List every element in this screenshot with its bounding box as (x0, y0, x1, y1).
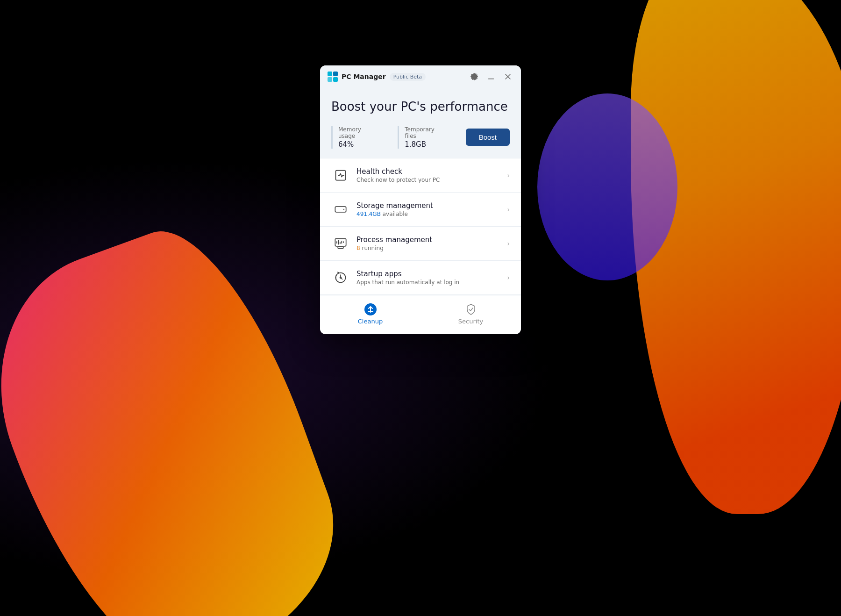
settings-button[interactable] (469, 71, 480, 82)
process-management-item[interactable]: Process management 8 running › (320, 227, 521, 261)
cleanup-icon (364, 303, 377, 316)
temp-value: 1.8GB (405, 140, 447, 149)
storage-sub: 491.4GB available (356, 211, 507, 217)
menu-list: Health check Check now to protect your P… (320, 158, 521, 295)
storage-title: Storage management (356, 201, 507, 210)
security-label: Security (458, 318, 483, 325)
startup-chevron: › (507, 274, 510, 281)
boost-button[interactable]: Boost (466, 129, 510, 146)
logo-sq-tr (333, 72, 338, 76)
startup-sub: Apps that run automatically at log in (356, 279, 507, 286)
hero-title: Boost your PC's performance (331, 99, 510, 115)
main-content: Boost your PC's performance Memory usage… (320, 88, 521, 295)
beta-badge: Public Beta (390, 73, 426, 81)
app-title: PC Manager (342, 73, 386, 80)
startup-icon (331, 268, 350, 287)
temp-label: Temporary files (405, 126, 447, 139)
nav-cleanup[interactable]: Cleanup (320, 301, 420, 327)
svg-point-3 (343, 209, 344, 210)
process-chevron: › (507, 240, 510, 247)
temp-files-stat: Temporary files 1.8GB (398, 126, 458, 149)
logo-squares (328, 72, 338, 82)
svg-point-12 (340, 276, 342, 279)
memory-label: Memory usage (338, 126, 379, 139)
process-text: Process management 8 running (356, 236, 507, 251)
memory-stat: Memory usage 64% (331, 126, 390, 149)
minimize-button[interactable] (485, 71, 497, 82)
bg-shape-purple (537, 93, 677, 280)
storage-chevron: › (507, 206, 510, 213)
startup-apps-item[interactable]: Startup apps Apps that run automatically… (320, 261, 521, 295)
svg-rect-5 (338, 247, 343, 249)
health-check-chevron: › (507, 172, 510, 179)
app-window: PC Manager Public Beta Boost your PC's p… (320, 65, 521, 334)
memory-value: 64% (338, 140, 379, 149)
storage-highlight: 491.4GB (356, 211, 381, 217)
startup-text: Startup apps Apps that run automatically… (356, 270, 507, 286)
process-title: Process management (356, 236, 507, 244)
security-icon (464, 303, 478, 316)
close-button[interactable] (502, 71, 513, 82)
health-check-title: Health check (356, 167, 507, 176)
process-highlight: 8 (356, 245, 360, 251)
health-check-text: Health check Check now to protect your P… (356, 167, 507, 183)
storage-icon (331, 200, 350, 219)
svg-rect-2 (335, 207, 346, 212)
logo-sq-br (333, 77, 338, 82)
startup-title: Startup apps (356, 270, 507, 278)
storage-management-item[interactable]: Storage management 491.4GB available › (320, 193, 521, 227)
nav-security[interactable]: Security (420, 301, 521, 327)
storage-text: Storage management 491.4GB available (356, 201, 507, 217)
cleanup-label: Cleanup (358, 318, 383, 325)
logo-sq-bl (328, 77, 332, 82)
stats-row: Memory usage 64% Temporary files 1.8GB B… (331, 126, 510, 149)
svg-rect-0 (488, 79, 494, 79)
bottom-nav: Cleanup Security (320, 295, 521, 334)
process-sub: 8 running (356, 245, 507, 251)
window-controls (469, 71, 513, 82)
process-icon (331, 234, 350, 253)
health-check-icon (331, 166, 350, 185)
app-logo (328, 72, 338, 82)
titlebar: PC Manager Public Beta (320, 65, 521, 88)
health-check-sub: Check now to protect your PC (356, 177, 507, 183)
health-check-item[interactable]: Health check Check now to protect your P… (320, 158, 521, 193)
logo-sq-tl (328, 72, 332, 76)
